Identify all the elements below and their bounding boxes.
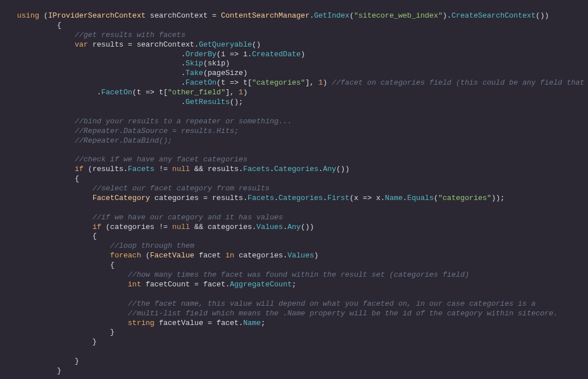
type-facetcat: FacetCategory [93,194,150,202]
code-block: using (IProviderSearchContext searchCont… [17,11,571,376]
comment-4: //Repeater.DataBind(); [74,136,172,145]
arg-skip: skip [207,59,225,68]
null-2: null [172,223,190,231]
var-results4: results [212,194,243,202]
arg-pagesize: pageSize [207,69,243,77]
lambda-i: i => i [221,50,248,59]
comment-8: //loop through them [110,241,194,250]
var-cats3: categories [208,223,252,231]
comment-9: //how many times the facet was found wit… [128,270,469,279]
null-1: null [172,165,190,173]
string-cats: "categories" [252,78,306,87]
comment-3: //Repeater.DataSource = results.Hits; [74,127,239,135]
keyword-if1: if [74,165,84,173]
prop-name1: Name [385,194,403,202]
string-index: "sitecore_web_index" [354,11,443,20]
keyword-using: using [17,11,39,20]
class-csm: ContentSearchManager [221,11,310,20]
type-string: string [128,319,155,327]
prop-cats1: Categories [274,165,319,173]
keyword-foreach: foreach [110,251,141,260]
keyword-in: in [226,251,235,260]
method-any2: Any [287,223,301,231]
prop-values2: Values [287,251,314,260]
method-orderby: OrderBy [185,50,216,59]
comment-2: //bind your results to a repeater or som… [74,117,291,126]
string-other: "other_field" [168,88,225,97]
comment-facet: //facet on categories field (this could … [332,78,588,87]
prop-aggcount: AggregateCount [230,280,292,289]
var-categories: categories [155,194,199,202]
prop-facets2: Facets [243,165,270,173]
method-faceton1: FacetOn [185,78,216,87]
prop-facets1: Facets [128,165,155,173]
var-facet: facet [199,251,221,260]
comment-10: //the facet name, this value will depend… [128,299,536,308]
method-csc: CreateSearchContext [452,11,536,20]
var-facet2: facet [203,280,226,289]
method-any1: Any [323,165,336,173]
var-results2: results [93,165,124,173]
var-facetcount: facetCount [145,280,190,289]
method-skip: Skip [185,59,203,68]
type-int: int [128,280,141,289]
var-facet3: facet [216,319,239,327]
var-cats4: categories [239,251,283,260]
type-iprovider: IProviderSearchContext [48,11,146,20]
var-searchcontext: searchContext [150,11,207,20]
lambda-t1: t => t [221,78,248,87]
var-cats2: categories [110,223,155,231]
num-1a: 1 [319,78,323,87]
var-results3: results [208,165,239,173]
comment-6: //select our facet category from results [93,184,270,193]
prop-created: CreatedDate [252,50,301,59]
method-faceton2: FacetOn [101,88,132,97]
comment-5: //check if we have any facet categories [74,155,247,164]
method-getindex: GetIndex [314,11,349,20]
comment-11: //multi-list field which means the .Name… [128,309,558,318]
method-first: First [327,194,349,202]
lambda-x: x => x [354,194,381,202]
lambda-t2: t => t [137,88,164,97]
method-take: Take [185,69,203,77]
keyword-if2: if [93,223,102,231]
string-cats2: "categories" [438,194,491,202]
comment-1: //get results with facets [74,31,185,39]
var-sc: searchContext [137,40,194,49]
comment-7: //if we have our category and it has val… [93,213,283,222]
method-getq: GetQueryable [199,40,252,49]
prop-facets3: Facets [248,194,274,202]
num-1b: 1 [239,88,243,97]
prop-name2: Name [243,319,261,327]
type-facetvalue: FacetValue [150,251,194,260]
prop-values1: Values [256,223,283,231]
method-getresults: GetResults [185,98,230,106]
keyword-var: var [74,40,87,49]
var-facetvalue: facetValue [159,319,203,327]
prop-cats2: Categories [278,194,323,202]
var-results: results [93,40,124,49]
method-equals: Equals [407,194,434,202]
